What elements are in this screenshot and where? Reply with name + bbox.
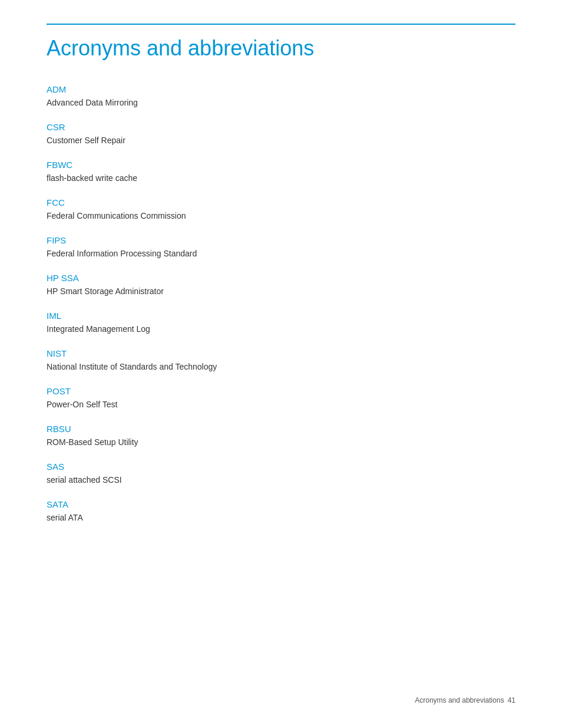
acronym-definition: serial ATA xyxy=(47,512,515,524)
acronym-definition: serial attached SCSI xyxy=(47,474,515,486)
acronym-term: ADM xyxy=(47,84,515,94)
acronym-entry: SATAserial ATA xyxy=(47,499,515,524)
acronym-term: FCC xyxy=(47,197,515,207)
acronym-term: RBSU xyxy=(47,424,515,434)
top-rule xyxy=(47,24,515,25)
acronym-term: FIPS xyxy=(47,235,515,245)
acronym-entry: POSTPower-On Self Test xyxy=(47,386,515,411)
acronym-term: SATA xyxy=(47,499,515,509)
acronym-term: SAS xyxy=(47,462,515,472)
acronym-entry: FBWCflash-backed write cache xyxy=(47,160,515,185)
acronym-entry: SASserial attached SCSI xyxy=(47,462,515,486)
acronym-definition: Integrated Management Log xyxy=(47,323,515,335)
acronym-definition: Power-On Self Test xyxy=(47,398,515,411)
acronym-entry: NISTNational Institute of Standards and … xyxy=(47,348,515,373)
acronym-definition: Federal Communications Commission xyxy=(47,210,515,222)
acronym-definition: Customer Self Repair xyxy=(47,134,515,147)
acronym-term: NIST xyxy=(47,348,515,358)
acronym-definition: National Institute of Standards and Tech… xyxy=(47,361,515,373)
acronym-term: HP SSA xyxy=(47,273,515,283)
acronym-definition: Federal Information Processing Standard xyxy=(47,248,515,260)
acronym-definition: HP Smart Storage Administrator xyxy=(47,285,515,298)
footer-text: Acronyms and abbreviations xyxy=(415,696,504,704)
acronym-definition: flash-backed write cache xyxy=(47,172,515,185)
acronym-entry: HP SSAHP Smart Storage Administrator xyxy=(47,273,515,298)
page-title: Acronyms and abbreviations xyxy=(47,35,515,61)
acronym-entry: CSRCustomer Self Repair xyxy=(47,122,515,147)
acronym-entry: ADMAdvanced Data Mirroring xyxy=(47,84,515,109)
acronym-term: CSR xyxy=(47,122,515,132)
acronym-term: IML xyxy=(47,311,515,321)
acronym-definition: ROM-Based Setup Utility xyxy=(47,436,515,449)
acronym-entry: RBSUROM-Based Setup Utility xyxy=(47,424,515,449)
acronym-term: POST xyxy=(47,386,515,396)
acronym-entry: FCCFederal Communications Commission xyxy=(47,197,515,222)
footer-page-number: 41 xyxy=(508,696,515,704)
page-footer: Acronyms and abbreviations 41 xyxy=(415,696,515,704)
acronym-entry: FIPSFederal Information Processing Stand… xyxy=(47,235,515,260)
acronym-term: FBWC xyxy=(47,160,515,170)
acronym-definition: Advanced Data Mirroring xyxy=(47,97,515,109)
page-container: Acronyms and abbreviations ADMAdvanced D… xyxy=(0,0,562,728)
acronym-entry: IMLIntegrated Management Log xyxy=(47,311,515,335)
acronym-list: ADMAdvanced Data MirroringCSRCustomer Se… xyxy=(47,84,515,524)
